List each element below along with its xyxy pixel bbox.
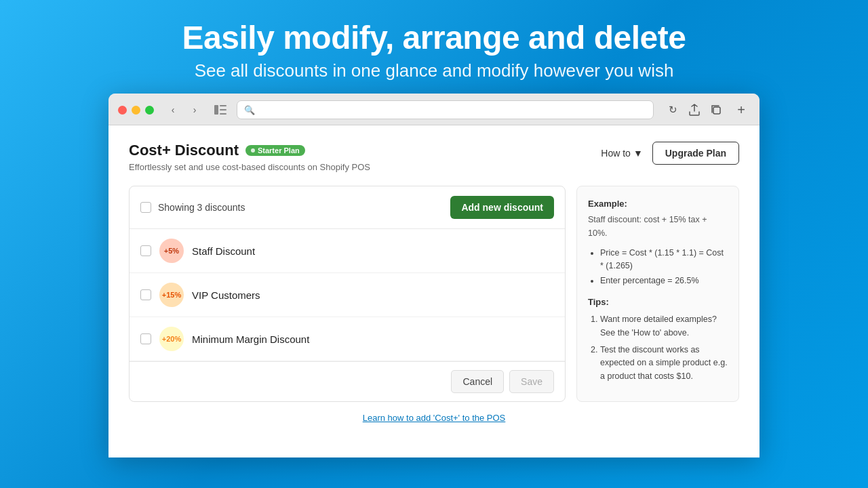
hero-header: Easily modify, arrange and delete See al… — [182, 0, 686, 94]
staff-discount-badge: +5% — [159, 239, 184, 263]
chevron-down-icon: ▼ — [633, 148, 643, 159]
discount-panel: Showing 3 discounts Add new discount +5%… — [129, 186, 566, 402]
browser-titlebar: ‹ › 🔍 ↻ — [108, 94, 760, 125]
main-layout: Showing 3 discounts Add new discount +5%… — [129, 186, 739, 402]
forward-button[interactable]: › — [185, 102, 204, 118]
app-title-row: Cost+ Discount Starter Plan — [129, 142, 370, 159]
maximize-button[interactable] — [145, 106, 154, 115]
add-new-discount-button[interactable]: Add new discount — [450, 196, 554, 219]
staff-discount-name: Staff Discount — [192, 245, 255, 257]
learn-link[interactable]: Learn how to add 'Cost+' to the POS — [129, 413, 739, 423]
badge-label: Starter Plan — [258, 146, 300, 155]
vip-discount-checkbox[interactable] — [140, 289, 151, 300]
starter-plan-badge: Starter Plan — [245, 145, 305, 156]
share-button[interactable] — [685, 102, 704, 118]
app-title: Cost+ Discount — [129, 142, 239, 159]
save-button[interactable]: Save — [509, 370, 554, 393]
svg-rect-2 — [220, 109, 226, 110]
example-description: Staff discount: cost + 15% tax + 10%. — [588, 214, 728, 240]
reload-button[interactable]: ↻ — [663, 102, 682, 118]
url-bar[interactable]: 🔍 — [237, 100, 654, 119]
discount-row-vip[interactable]: +15% VIP Customers — [130, 273, 565, 317]
tip-item-2: Test the discount works as expected on a… — [600, 344, 728, 383]
action-row: Cancel Save — [130, 361, 565, 401]
discount-header-left: Showing 3 discounts — [140, 202, 245, 213]
tips-list: Want more detailed examples? See the 'Ho… — [588, 313, 728, 383]
svg-rect-0 — [214, 105, 218, 115]
example-panel: Example: Staff discount: cost + 15% tax … — [576, 186, 739, 402]
copy-button[interactable] — [707, 102, 726, 118]
app-subtitle: Effortlessly set and use cost-based disc… — [129, 162, 370, 172]
select-all-checkbox[interactable] — [140, 202, 151, 213]
svg-rect-3 — [220, 113, 226, 115]
back-button[interactable]: ‹ — [163, 102, 182, 118]
vip-discount-badge: +15% — [159, 283, 184, 307]
header-actions: How to ▼ Upgrade Plan — [598, 142, 739, 165]
how-to-label: How to — [601, 148, 631, 159]
discount-panel-header: Showing 3 discounts Add new discount — [130, 186, 565, 229]
browser-actions: ↻ — [663, 102, 726, 118]
tip-item-1: Want more detailed examples? See the 'Ho… — [600, 313, 728, 340]
browser-window: ‹ › 🔍 ↻ — [108, 94, 760, 458]
margin-discount-badge: +20% — [159, 327, 184, 351]
badge-dot — [251, 148, 255, 152]
margin-discount-name: Minimum Margin Discount — [192, 333, 309, 345]
example-title: Example: — [588, 197, 728, 211]
staff-discount-checkbox[interactable] — [140, 245, 151, 256]
app-title-area: Cost+ Discount Starter Plan Effortlessly… — [129, 142, 370, 172]
vip-discount-name: VIP Customers — [192, 289, 260, 301]
how-to-button[interactable]: How to ▼ — [598, 144, 645, 163]
browser-content: Cost+ Discount Starter Plan Effortlessly… — [108, 125, 760, 458]
hero-subtitle: See all discounts in one glance and modi… — [182, 60, 686, 81]
sidebar-toggle-button[interactable] — [211, 102, 230, 118]
example-item-1: Price = Cost * (1.15 * 1.1) = Cost * (1.… — [600, 247, 728, 273]
upgrade-plan-button[interactable]: Upgrade Plan — [652, 142, 739, 165]
example-item-2: Enter percentage = 26.5% — [600, 274, 728, 287]
tips-title: Tips: — [588, 296, 728, 309]
hero-title: Easily modify, arrange and delete — [182, 19, 686, 56]
app-header: Cost+ Discount Starter Plan Effortlessly… — [129, 142, 739, 172]
discount-row-margin[interactable]: +20% Minimum Margin Discount — [130, 317, 565, 361]
search-icon: 🔍 — [244, 105, 255, 115]
new-tab-button[interactable]: + — [732, 101, 750, 119]
example-list: Price = Cost * (1.15 * 1.1) = Cost * (1.… — [588, 247, 728, 287]
cancel-button[interactable]: Cancel — [451, 370, 504, 393]
nav-buttons: ‹ › — [163, 102, 204, 118]
margin-discount-checkbox[interactable] — [140, 333, 151, 344]
svg-rect-1 — [220, 105, 226, 106]
discount-row-staff[interactable]: +5% Staff Discount — [130, 229, 565, 273]
minimize-button[interactable] — [132, 106, 140, 115]
traffic-lights — [118, 106, 154, 115]
svg-rect-4 — [713, 107, 720, 114]
close-button[interactable] — [118, 106, 127, 115]
showing-label: Showing 3 discounts — [158, 202, 245, 213]
